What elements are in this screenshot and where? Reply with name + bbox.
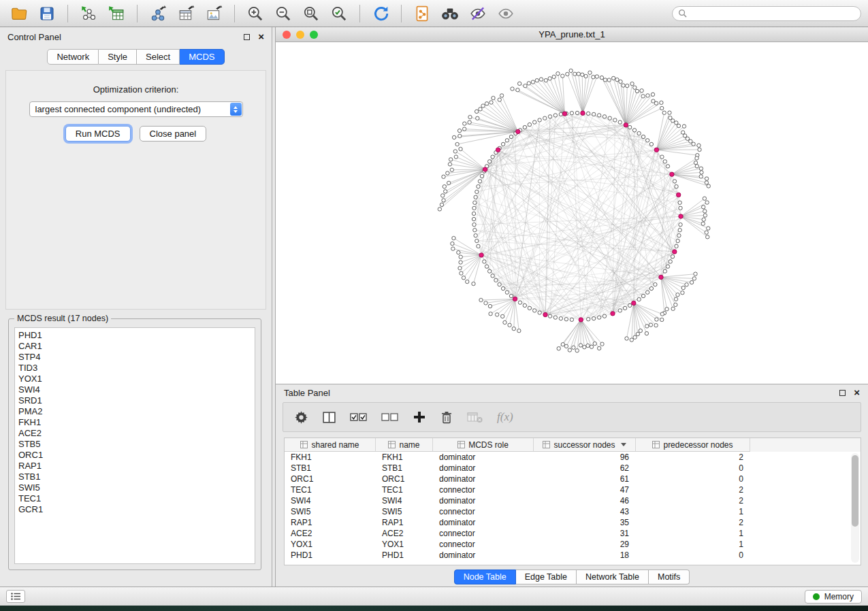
zoom-out-button[interactable] xyxy=(271,3,295,24)
table-settings-button[interactable] xyxy=(294,410,308,425)
table-scrollbar[interactable] xyxy=(851,453,859,563)
table-cell: dominator xyxy=(433,518,534,527)
show-details-button[interactable] xyxy=(494,3,518,24)
function-builder-button[interactable]: f(x) xyxy=(497,410,513,424)
mcds-result-item[interactable]: CAR1 xyxy=(18,341,251,352)
import-network-icon xyxy=(80,5,97,22)
mcds-result-group: MCDS result (17 nodes) PHD1CAR1STP4TID3Y… xyxy=(8,318,261,570)
status-bar: Memory xyxy=(0,587,868,606)
mcds-result-list[interactable]: PHD1CAR1STP4TID3YOX1SWI4SRD1PMA2FKH1ACE2… xyxy=(14,327,255,564)
close-panel-button[interactable]: Close panel xyxy=(140,126,207,142)
mcds-result-item[interactable]: ORC1 xyxy=(18,450,251,461)
open-file-button[interactable] xyxy=(7,3,31,24)
import-table-icon xyxy=(108,5,125,22)
export-image-button[interactable] xyxy=(202,3,226,24)
table-row[interactable]: YOX1YOX1connector291 xyxy=(285,539,861,550)
table-row[interactable]: ORC1ORC1dominator610 xyxy=(285,474,861,484)
zoom-selected-button[interactable] xyxy=(327,3,351,24)
network-canvas[interactable] xyxy=(276,42,868,384)
column-header-predecessor-nodes[interactable]: predecessor nodes xyxy=(636,438,750,452)
search-box[interactable] xyxy=(672,6,861,21)
status-menu-button[interactable] xyxy=(6,590,25,603)
table-row[interactable]: FKH1FKH1dominator962 xyxy=(285,452,861,463)
table-cell: 61 xyxy=(534,474,636,484)
mcds-result-item[interactable]: PMA2 xyxy=(18,406,251,417)
table-row[interactable]: STB1STB1dominator620 xyxy=(285,463,861,474)
minimize-window-icon[interactable] xyxy=(296,31,304,39)
control-panel-header: Control Panel × xyxy=(0,27,272,46)
mcds-result-item[interactable]: GCR1 xyxy=(18,504,251,515)
save-session-button[interactable] xyxy=(35,3,59,24)
run-mcds-button[interactable]: Run MCDS xyxy=(65,126,131,142)
table-cell: SWI4 xyxy=(285,496,376,506)
close-table-panel-icon[interactable]: × xyxy=(854,389,860,396)
table-row[interactable]: ACE2ACE2connector311 xyxy=(285,528,861,539)
zoom-in-button[interactable] xyxy=(243,3,268,24)
table-scrollbar-thumb[interactable] xyxy=(852,455,858,527)
delete-column-button[interactable] xyxy=(440,410,453,425)
table-row[interactable]: SWI4SWI4dominator462 xyxy=(285,495,861,506)
show-columns-button[interactable] xyxy=(322,410,336,425)
mcds-result-item[interactable]: RAP1 xyxy=(18,461,251,472)
mcds-result-item[interactable]: SWI4 xyxy=(18,384,251,395)
table-row[interactable]: PHD1PHD1dominator180 xyxy=(285,550,861,561)
search-input[interactable] xyxy=(691,9,855,18)
mcds-result-item[interactable]: TEC1 xyxy=(18,493,251,504)
tab-motifs[interactable]: Motifs xyxy=(649,569,690,584)
mcds-result-item[interactable]: YOX1 xyxy=(18,374,251,384)
new-table-button[interactable] xyxy=(174,3,198,24)
mcds-result-item[interactable]: STP4 xyxy=(18,352,251,363)
import-table-button[interactable] xyxy=(104,3,129,24)
tab-mcds[interactable]: MCDS xyxy=(180,49,224,65)
table-row[interactable]: SWI5SWI5connector431 xyxy=(285,506,861,517)
network-graph[interactable] xyxy=(276,42,867,383)
network-document-button[interactable] xyxy=(410,3,434,24)
float-table-panel-icon[interactable] xyxy=(839,390,846,396)
open-folder-icon xyxy=(10,5,28,22)
new-network-button[interactable] xyxy=(146,3,170,24)
maximize-window-icon[interactable] xyxy=(310,31,318,39)
mcds-result-item[interactable]: STB5 xyxy=(18,439,251,450)
hide-details-button[interactable] xyxy=(466,3,490,24)
unselect-all-columns-button[interactable] xyxy=(381,410,399,424)
mcds-result-item[interactable]: SRD1 xyxy=(18,395,251,406)
network-window-titlebar[interactable]: YPA_prune.txt_1 xyxy=(276,27,868,42)
memory-button[interactable]: Memory xyxy=(805,590,862,604)
export-image-icon xyxy=(205,5,223,22)
tab-edge-table[interactable]: Edge Table xyxy=(516,569,577,584)
table-cell: STB1 xyxy=(376,463,433,473)
mcds-result-item[interactable]: ACE2 xyxy=(18,428,251,439)
mcds-result-item[interactable]: FKH1 xyxy=(18,417,251,428)
column-header-mcds-role[interactable]: MCDS role xyxy=(433,438,534,452)
column-header-shared-name[interactable]: shared name xyxy=(285,438,376,452)
table-row[interactable]: RAP1RAP1dominator352 xyxy=(285,517,861,528)
mcds-result-item[interactable]: SWI5 xyxy=(18,482,251,493)
mcds-result-item[interactable]: STB1 xyxy=(18,472,251,482)
tab-network-table[interactable]: Network Table xyxy=(577,569,649,584)
create-column-button[interactable] xyxy=(413,410,426,424)
search-network-button[interactable] xyxy=(438,3,462,24)
tab-node-table[interactable]: Node Table xyxy=(454,569,516,584)
table-cell: ORC1 xyxy=(285,474,376,484)
main-toolbar xyxy=(0,0,868,27)
mcds-result-item[interactable]: PHD1 xyxy=(18,330,251,341)
import-network-button[interactable] xyxy=(76,3,101,24)
apply-layout-button[interactable] xyxy=(368,3,393,24)
close-panel-icon[interactable]: × xyxy=(258,33,264,40)
column-header-name[interactable]: name xyxy=(376,438,433,452)
optimization-dropdown[interactable]: largest connected component (undirected) xyxy=(29,101,243,117)
mcds-result-item[interactable]: TID3 xyxy=(18,363,251,374)
tab-style[interactable]: Style xyxy=(99,49,137,65)
select-all-columns-button[interactable] xyxy=(350,410,368,424)
table-row[interactable]: TEC1TEC1connector472 xyxy=(285,484,861,495)
float-panel-icon[interactable] xyxy=(244,34,250,40)
tab-select[interactable]: Select xyxy=(137,49,180,65)
zoom-fit-button[interactable] xyxy=(299,3,323,24)
column-header-successor-nodes[interactable]: successor nodes xyxy=(534,438,636,452)
tab-network[interactable]: Network xyxy=(47,49,99,65)
mcds-tab-content: Optimization criterion: largest connecte… xyxy=(5,70,266,310)
table-cell: SWI4 xyxy=(376,496,433,506)
close-window-icon[interactable] xyxy=(283,31,291,39)
table-cell: dominator xyxy=(433,452,534,462)
table-cell: 1 xyxy=(636,540,750,549)
